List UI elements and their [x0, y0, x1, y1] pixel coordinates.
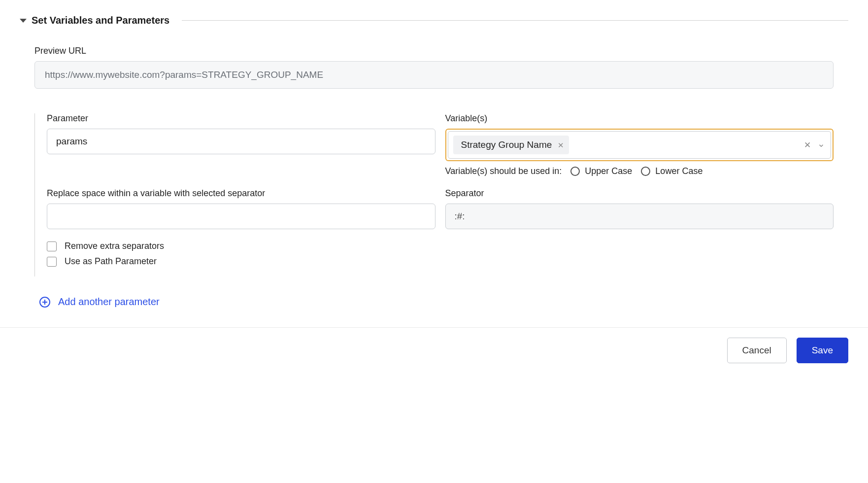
path-param-label: Use as Path Parameter	[65, 256, 157, 267]
checkbox-icon	[47, 257, 57, 267]
section-title: Set Variables and Parameters	[32, 15, 169, 26]
multiselect-clear-icon[interactable]: ✕	[804, 141, 811, 149]
preview-url-box: https://www.mywebsite.com?params=STRATEG…	[34, 61, 834, 89]
replace-space-label: Replace space within a variable with sel…	[47, 188, 435, 199]
remove-extra-label: Remove extra separators	[65, 241, 164, 251]
path-param-checkbox[interactable]: Use as Path Parameter	[47, 256, 834, 267]
variables-highlight: Strategy Group Name ✕ ✕	[445, 129, 834, 161]
remove-extra-checkbox[interactable]: Remove extra separators	[47, 241, 834, 251]
separator-label: Separator	[445, 188, 834, 199]
lower-case-label: Lower Case	[655, 166, 702, 176]
variable-chip-label: Strategy Group Name	[461, 139, 552, 150]
variables-label: Variable(s)	[445, 113, 834, 124]
preview-url-label: Preview URL	[34, 46, 834, 56]
parameter-input[interactable]	[47, 129, 435, 154]
case-prompt: Variable(s) should be used in:	[445, 166, 562, 176]
plus-circle-icon	[39, 297, 50, 308]
add-parameter-label: Add another parameter	[58, 296, 160, 308]
save-button[interactable]: Save	[797, 338, 848, 363]
chip-remove-icon[interactable]: ✕	[558, 141, 564, 149]
upper-case-label: Upper Case	[585, 166, 632, 176]
checkbox-icon	[47, 242, 57, 251]
separator-input[interactable]	[445, 204, 834, 229]
divider	[182, 20, 848, 21]
upper-case-radio[interactable]: Upper Case	[570, 166, 632, 176]
add-parameter-link[interactable]: Add another parameter	[39, 296, 848, 308]
collapse-caret-icon[interactable]	[20, 19, 27, 23]
radio-icon	[570, 167, 580, 176]
replace-space-input[interactable]	[47, 204, 435, 229]
chevron-down-icon[interactable]	[818, 142, 824, 148]
lower-case-radio[interactable]: Lower Case	[641, 166, 702, 176]
section-header[interactable]: Set Variables and Parameters	[20, 15, 848, 26]
parameter-label: Parameter	[47, 113, 435, 124]
variable-chip: Strategy Group Name ✕	[453, 136, 569, 154]
footer: Cancel Save	[0, 327, 868, 378]
radio-icon	[641, 167, 650, 176]
cancel-button[interactable]: Cancel	[727, 338, 787, 363]
variables-multiselect[interactable]: Strategy Group Name ✕ ✕	[448, 131, 832, 159]
